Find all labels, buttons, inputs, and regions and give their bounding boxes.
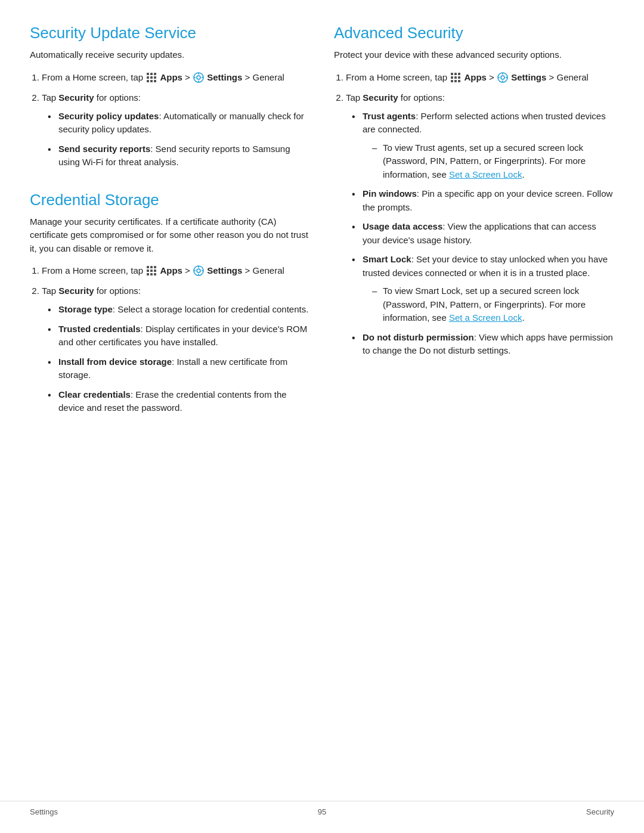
- svg-rect-0: [147, 73, 149, 75]
- svg-rect-37: [454, 80, 457, 82]
- svg-rect-36: [451, 80, 453, 82]
- bullet-trust-agents: Trust agents: Perform selected actions w…: [352, 110, 614, 182]
- advanced-security-steps: From a Home screen, tap Apps: [346, 70, 614, 358]
- section-intro-security-update: Automatically receive security updates.: [30, 48, 310, 62]
- credential-storage-steps: From a Home screen, tap: [42, 264, 310, 415]
- step1-text: From a Home screen, tap: [42, 72, 143, 82]
- settings-icon: [193, 72, 204, 83]
- svg-rect-21: [147, 273, 149, 275]
- settings-icon-2: [193, 265, 204, 276]
- step1-advanced-security: From a Home screen, tap Apps: [346, 70, 614, 85]
- bullet-pin-windows: Pin windows: Pin a specific app on your …: [352, 187, 614, 214]
- svg-rect-18: [147, 270, 149, 272]
- set-screen-lock-link-2[interactable]: Set a Screen Lock: [449, 312, 522, 323]
- bullet-security-policy-updates: Security policy updates: Automatically o…: [48, 110, 310, 137]
- security-update-bullets: Security policy updates: Automatically o…: [48, 110, 310, 169]
- svg-rect-1: [150, 73, 153, 75]
- sub-smart-lock: To view Smart Lock, set up a secured scr…: [372, 284, 614, 325]
- svg-rect-38: [458, 80, 460, 82]
- svg-rect-16: [150, 266, 153, 268]
- advanced-security-bullets: Trust agents: Perform selected actions w…: [352, 110, 614, 358]
- security-update-steps: From a Home screen, tap Apps: [42, 70, 310, 169]
- smart-lock-sub: To view Smart Lock, set up a secured scr…: [372, 284, 614, 325]
- section-intro-advanced-security: Protect your device with these advanced …: [334, 48, 614, 62]
- left-column: Security Update Service Automatically re…: [30, 24, 310, 423]
- svg-rect-19: [150, 270, 153, 272]
- svg-rect-7: [150, 80, 153, 82]
- step1-security-update: From a Home screen, tap Apps: [42, 70, 310, 85]
- footer-center: 95: [318, 807, 326, 816]
- svg-rect-22: [150, 273, 153, 275]
- bullet-do-not-disturb: Do not disturb permission: View which ap…: [352, 331, 614, 358]
- apps-icon: [146, 72, 157, 83]
- svg-rect-3: [147, 76, 149, 79]
- svg-point-40: [501, 76, 504, 79]
- credential-storage-section: Credential Storage Manage your security …: [30, 191, 310, 415]
- sub-trust-agents: To view Trust agents, set up a secured s…: [372, 141, 614, 182]
- svg-rect-34: [454, 76, 457, 79]
- footer-right: Security: [586, 807, 614, 816]
- right-column: Advanced Security Protect your device wi…: [334, 24, 614, 423]
- page-content: Security Update Service Automatically re…: [0, 0, 644, 471]
- bullet-install-from-storage: Install from device storage: Install a n…: [48, 355, 310, 382]
- svg-point-10: [197, 76, 200, 79]
- step2-security-update: Tap Security for options: Security polic…: [42, 91, 310, 169]
- page-footer: Settings 95 Security: [0, 801, 644, 816]
- footer-left: Settings: [30, 807, 58, 816]
- apps-icon-3: [450, 72, 461, 83]
- settings-label: Settings: [207, 72, 242, 82]
- step1-credential-storage: From a Home screen, tap: [42, 264, 310, 278]
- bullet-trusted-credentials: Trusted credentials: Display certificate…: [48, 323, 310, 349]
- section-intro-credential-storage: Manage your security certificates. If a …: [30, 215, 310, 256]
- bullet-storage-type: Storage type: Select a storage location …: [48, 303, 310, 317]
- svg-rect-35: [458, 76, 460, 79]
- svg-rect-23: [154, 273, 156, 275]
- credential-storage-bullets: Storage type: Select a storage location …: [48, 303, 310, 415]
- section-title-advanced-security: Advanced Security: [334, 24, 614, 42]
- svg-rect-5: [154, 76, 156, 79]
- apps-icon-2: [146, 265, 157, 276]
- svg-point-25: [197, 269, 200, 272]
- trust-agents-sub: To view Trust agents, set up a secured s…: [372, 141, 614, 182]
- svg-rect-6: [147, 80, 149, 82]
- bullet-usage-data-access: Usage data access: View the applications…: [352, 220, 614, 247]
- svg-rect-4: [150, 76, 153, 79]
- step2-advanced-security: Tap Security for options: Trust agents: …: [346, 91, 614, 358]
- bullet-send-security-reports: Send security reports: Send security rep…: [48, 143, 310, 169]
- settings-icon-3: [497, 72, 508, 83]
- bullet-clear-credentials: Clear credentials: Erase the credential …: [48, 388, 310, 415]
- section-title-credential-storage: Credential Storage: [30, 191, 310, 209]
- svg-rect-31: [454, 73, 457, 75]
- step2-credential-storage: Tap Security for options: Storage type: …: [42, 284, 310, 415]
- svg-rect-15: [147, 266, 149, 268]
- svg-rect-2: [154, 73, 156, 75]
- apps-label: Apps: [160, 72, 182, 82]
- svg-rect-30: [451, 73, 453, 75]
- svg-rect-8: [154, 80, 156, 82]
- bullet-smart-lock: Smart Lock: Set your device to stay unlo…: [352, 253, 614, 325]
- svg-rect-20: [154, 270, 156, 272]
- svg-rect-17: [154, 266, 156, 268]
- svg-rect-33: [451, 76, 453, 79]
- svg-rect-32: [458, 73, 460, 75]
- step1-end: > General: [245, 72, 284, 82]
- set-screen-lock-link-1[interactable]: Set a Screen Lock: [449, 169, 522, 179]
- section-title-security-update: Security Update Service: [30, 24, 310, 42]
